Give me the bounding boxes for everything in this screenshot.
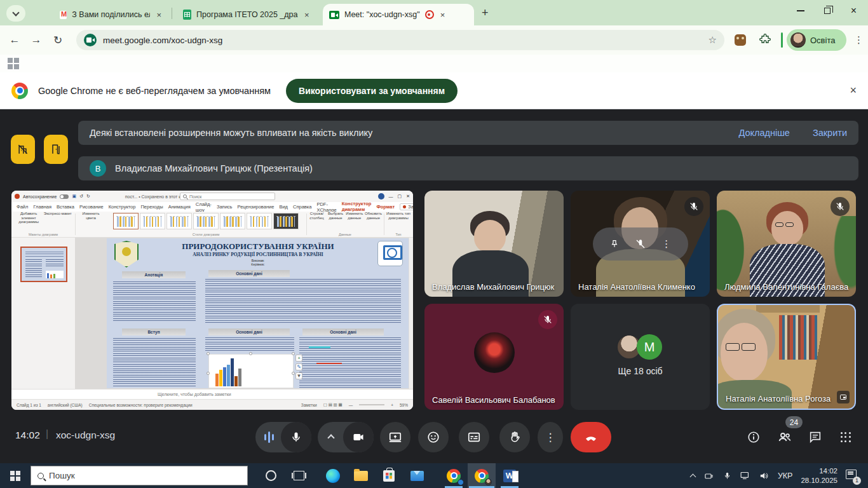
browser-menu-icon[interactable]: ⋮ [854,34,864,46]
ppt-menu-insert[interactable]: Вставка [57,204,74,210]
tray-expand-icon[interactable] [689,473,696,480]
learn-more-link[interactable]: Докладніше [738,128,789,138]
selection-handle[interactable] [292,372,295,375]
ppt-menu-review[interactable]: Рецензирование [237,204,274,210]
video-tile-participant[interactable]: Людмила Валентинівна Галаєва [717,191,856,297]
ppt-menu-help[interactable]: Справка [293,204,311,210]
ppt-minimize-icon[interactable]: — [389,194,393,199]
ppt-menu-animations[interactable]: Анимация [168,204,191,210]
set-default-button[interactable]: Використовувати за умовчанням [286,79,458,103]
ppt-menu-draw[interactable]: Рисование [79,204,104,210]
ppt-scrollbar[interactable] [409,238,413,389]
start-button[interactable] [0,463,31,488]
word-button[interactable]: W [496,463,524,488]
ppt-chart-styles-gallery[interactable]: Стили диаграмм [107,212,305,237]
ppt-switch-row-column-button[interactable]: Строка/ столбец [308,212,325,220]
ppt-language[interactable]: английский (США) [48,403,83,407]
meeting-details-button[interactable] [745,428,763,446]
ppt-view-icons[interactable]: ▢ ▤ ▥ ▦ [323,402,342,407]
ppt-edit-data-button[interactable]: Изменить данные [346,212,363,220]
forward-button[interactable]: → [25,34,47,46]
tab-close-icon[interactable]: × [440,10,445,20]
selection-handle[interactable] [207,372,210,375]
ppt-refresh-data-button[interactable]: Обновить данные [365,212,383,220]
cortana-button[interactable] [257,463,285,488]
ppt-notes-button[interactable]: Заметки [301,403,317,407]
ppt-zoom-level[interactable]: 59% [400,403,408,407]
chevron-up-icon[interactable] [327,434,334,441]
ppt-change-colors-button[interactable]: Изменить цвета [77,212,105,220]
captions-button[interactable] [459,422,489,452]
back-button[interactable]: ← [4,34,25,46]
host-control-building-off-icon[interactable] [11,135,35,164]
ppt-add-chart-element-button[interactable]: Добавить элемент диаграммы [15,212,43,224]
chat-button[interactable] [806,428,824,446]
chrome-profile2-button[interactable] [440,463,468,488]
ppt-slide-panel[interactable] [11,238,75,389]
selection-handle[interactable] [249,352,252,355]
reload-button[interactable]: ↻ [47,34,69,47]
ppt-record-button[interactable]: Запись [400,203,413,210]
chrome-active-button[interactable] [468,463,496,488]
chart-add-button[interactable]: + [295,355,302,362]
network-display-icon[interactable] [740,471,750,480]
extension-owl-icon[interactable] [735,34,746,46]
ppt-zoom-out-icon[interactable]: — [349,403,353,407]
ppt-menu-record[interactable]: Запись [217,204,233,210]
close-icon[interactable]: × [851,6,857,16]
tab-meet-active[interactable]: Meet: "xoc-udgn-xsg" × [323,4,474,25]
ppt-save-icon[interactable]: ▣ [72,194,76,199]
extensions-puzzle-icon[interactable] [759,33,771,48]
tab-gmail[interactable]: З Вами поділились електронн × [53,4,168,25]
ppt-zoom-in-icon[interactable]: + [391,403,393,407]
ppt-menu-design[interactable]: Конструктор [109,204,136,210]
ppt-menu-transitions[interactable]: Переходы [140,204,163,210]
ppt-select-data-button[interactable]: Выбрать данные [327,212,344,220]
activities-button[interactable] [837,428,855,446]
ppt-menu-view[interactable]: Вид [279,204,288,210]
ppt-accessibility[interactable]: Специальные возможности: проверьте реком… [89,403,193,407]
video-tile-participant[interactable]: Савелій Васильович Балабанов [424,304,564,410]
taskbar-clock[interactable]: 14:02 28.10.2025 [801,466,837,485]
microsoft-store-icon[interactable] [375,463,403,488]
edge-icon[interactable] [319,463,347,488]
task-view-button[interactable] [285,463,313,488]
ppt-notes-placeholder[interactable]: Щелкните, чтобы добавить заметки [11,389,413,399]
chart-style-brush-button[interactable]: ✎ [295,363,302,370]
ppt-menu-slideshow[interactable]: Слайд-шоу [196,201,212,213]
tab-close-icon[interactable]: × [156,10,161,20]
ppt-change-chart-type-button[interactable]: Изменить тип диаграммы [386,212,411,220]
ppt-zoom-slider[interactable] [359,404,384,405]
present-button[interactable] [380,422,410,452]
profile-chip[interactable]: Освіта [787,29,846,51]
ppt-menu-file[interactable]: Файл [17,204,28,210]
new-tab-button[interactable]: + [482,6,489,20]
mic-control[interactable] [255,422,311,452]
ppt-slide[interactable]: ПРИРОДОКОРИСТУВАННЯ УКРАЇНИ АНАЛІЗ РИНКУ… [107,238,409,388]
video-tile-participant[interactable]: ⋮ Наталія Анатоліївна Клименко [571,191,710,297]
taskbar-search[interactable]: Пошук [31,466,248,485]
ppt-menu-format[interactable]: Формат [376,204,395,210]
video-tile-participant[interactable]: Владислав Михайлович Грицюк [424,191,564,297]
ppt-menu-pdfxchange[interactable]: PDF-XChange [316,201,336,213]
raise-hand-button[interactable] [499,422,530,452]
mic-off-icon[interactable] [635,238,646,250]
ppt-quick-layout-button[interactable]: Экспресс-макет [44,212,72,216]
selection-handle[interactable] [207,352,210,355]
restore-icon[interactable] [824,8,831,14]
tab-sheets[interactable]: Програма ІТЕТО 2025 _драфт × [177,4,318,25]
leave-call-button[interactable] [571,422,611,452]
tab-close-icon[interactable]: × [304,10,309,20]
selection-handle[interactable] [292,352,295,355]
volume-icon[interactable] [759,471,770,480]
ppt-search-box[interactable]: Поиск [180,193,275,200]
ppt-close-icon[interactable]: ✕ [406,194,410,199]
pin-icon[interactable] [609,239,620,249]
self-view-tile[interactable]: Наталія Анатоліївна Рогоза [717,304,856,410]
presentation-tile[interactable]: Автосохранение ▣ ↺ ↻ пост... • Сохранено… [11,191,413,410]
reactions-button[interactable] [418,422,449,452]
camera-button[interactable] [343,422,374,452]
tray-mic-icon[interactable] [723,471,731,480]
people-button[interactable] [776,428,794,446]
mail-icon[interactable] [403,463,431,488]
